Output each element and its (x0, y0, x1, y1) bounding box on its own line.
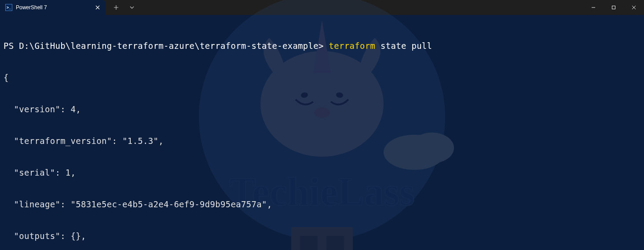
powershell-icon: >_ (5, 4, 12, 11)
output-line: { (4, 72, 640, 83)
maximize-button[interactable] (604, 0, 624, 15)
command-line-1: PS D:\GitHub\learning-terraform-azure\te… (4, 40, 640, 51)
new-tab-button[interactable] (109, 0, 123, 15)
output-line: "lineage": "5831e5ec-e4b5-a2e4-6ef9-9d9b… (4, 199, 640, 210)
window-controls (583, 0, 644, 15)
output-line: "serial": 1, (4, 167, 640, 178)
close-tab-button[interactable] (94, 4, 101, 11)
prompt-path: D:\GitHub\learning-terraform-azure\terra… (19, 41, 318, 51)
output-line: "outputs": {}, (4, 231, 640, 241)
tab-title: PowerShell 7 (16, 4, 91, 11)
close-window-button[interactable] (624, 0, 644, 15)
terminal-content: PS D:\GitHub\learning-terraform-azure\te… (4, 19, 640, 250)
titlebar-spacer (139, 0, 583, 15)
command-args: state pull (375, 41, 432, 51)
tab-dropdown-button[interactable] (125, 0, 139, 15)
minimize-button[interactable] (583, 0, 604, 15)
active-tab[interactable]: >_ PowerShell 7 (0, 0, 106, 15)
output-line: "version": 4, (4, 104, 640, 114)
prompt-prefix: PS (4, 41, 19, 51)
titlebar: >_ PowerShell 7 (0, 0, 644, 15)
terminal-area[interactable]: TechieLass PS D:\GitHub\learning-terrafo… (0, 15, 644, 250)
tab-actions (106, 0, 139, 15)
prompt-suffix: > (318, 41, 329, 51)
output-line: "terraform_version": "1.5.3", (4, 136, 640, 146)
svg-rect-0 (612, 6, 615, 9)
command-keyword: terraform (329, 41, 376, 51)
